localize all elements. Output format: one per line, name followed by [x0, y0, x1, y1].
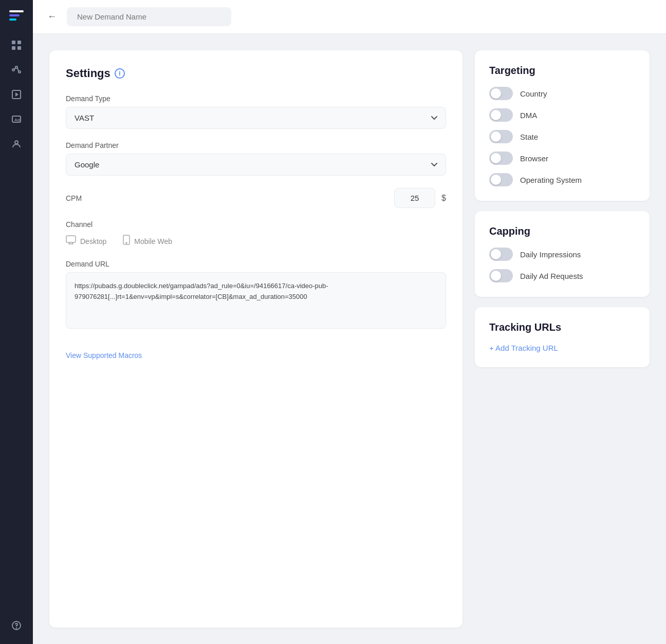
graph-icon[interactable] — [6, 60, 27, 80]
dma-toggle[interactable] — [489, 108, 513, 122]
channel-mobile-label: Mobile Web — [134, 237, 172, 245]
svg-point-13 — [15, 141, 18, 144]
os-toggle[interactable] — [489, 173, 513, 186]
svg-line-7 — [14, 68, 15, 69]
daily-ad-requests-label: Daily Ad Requests — [520, 272, 583, 280]
state-toggle[interactable] — [489, 130, 513, 143]
channel-desktop-label: Desktop — [80, 237, 106, 245]
cpm-input[interactable] — [394, 188, 435, 208]
settings-panel: Settings i Demand Type VAST VPAID Direct… — [49, 50, 462, 628]
app-logo — [7, 8, 26, 27]
info-icon[interactable]: i — [115, 68, 125, 79]
capping-item-impressions: Daily Impressions — [489, 248, 635, 261]
mobile-icon — [123, 235, 130, 248]
country-label: Country — [520, 89, 547, 98]
settings-title: Settings i — [66, 67, 446, 80]
demand-type-group: Demand Type VAST VPAID Direct — [66, 94, 446, 129]
right-panel: Targeting Country DMA State Browser — [475, 50, 650, 628]
logo-bar-3 — [9, 18, 16, 21]
dashboard-icon[interactable] — [6, 35, 27, 55]
channel-options: Desktop Mobile Web — [66, 235, 446, 248]
svg-text:Ad: Ad — [14, 118, 20, 122]
demand-partner-label: Demand Partner — [66, 141, 446, 149]
channel-label: Channel — [66, 220, 446, 229]
daily-impressions-toggle[interactable] — [489, 248, 513, 261]
daily-ad-requests-toggle[interactable] — [489, 269, 513, 282]
demand-type-label: Demand Type — [66, 94, 446, 103]
channel-group: Channel Desktop — [66, 220, 446, 248]
channel-mobile[interactable]: Mobile Web — [123, 235, 172, 248]
svg-rect-1 — [17, 41, 21, 44]
targeting-card: Targeting Country DMA State Browser — [475, 50, 650, 201]
sidebar: Ad — [0, 0, 33, 644]
cpm-row: CPM $ — [66, 188, 446, 208]
svg-point-4 — [12, 69, 14, 71]
demand-partner-group: Demand Partner Google Amazon Rubicon — [66, 141, 446, 176]
desktop-icon — [66, 235, 76, 247]
browser-label: Browser — [520, 154, 548, 163]
targeting-item-state: State — [489, 130, 635, 143]
svg-rect-3 — [17, 46, 21, 50]
settings-title-text: Settings — [66, 67, 110, 80]
state-label: State — [520, 132, 538, 141]
demand-url-input[interactable]: https://pubads.g.doubleclick.net/gampad/… — [66, 272, 446, 329]
dma-label: DMA — [520, 111, 537, 120]
demand-name-input[interactable] — [67, 7, 231, 26]
daily-impressions-label: Daily Impressions — [520, 250, 581, 259]
demand-partner-select[interactable]: Google Amazon Rubicon — [66, 154, 446, 176]
main-area: ← Settings i Demand Type VAST VPAID Dire… — [33, 0, 666, 644]
logo-bar-2 — [9, 14, 20, 16]
tracking-card: Tracking URLs + Add Tracking URL — [475, 307, 650, 367]
user-icon[interactable] — [6, 134, 27, 154]
svg-line-8 — [17, 68, 18, 71]
add-tracking-url-link[interactable]: + Add Tracking URL — [489, 344, 558, 352]
demand-url-group: Demand URL https://pubads.g.doubleclick.… — [66, 260, 446, 331]
help-icon[interactable] — [6, 615, 27, 636]
play-icon[interactable] — [6, 84, 27, 105]
targeting-item-browser: Browser — [489, 151, 635, 165]
svg-rect-2 — [12, 46, 15, 50]
targeting-item-country: Country — [489, 87, 635, 100]
browser-toggle[interactable] — [489, 151, 513, 165]
logo-bar-1 — [9, 10, 24, 12]
page-header: ← — [33, 0, 666, 34]
targeting-item-dma: DMA — [489, 108, 635, 122]
demand-type-select[interactable]: VAST VPAID Direct — [66, 107, 446, 129]
macros-link[interactable]: View Supported Macros — [66, 351, 142, 359]
targeting-title: Targeting — [489, 65, 635, 77]
tracking-title: Tracking URLs — [489, 321, 635, 333]
cpm-currency: $ — [441, 194, 446, 203]
svg-marker-10 — [15, 92, 18, 97]
channel-desktop[interactable]: Desktop — [66, 235, 106, 248]
ad-icon[interactable]: Ad — [6, 109, 27, 129]
capping-title: Capping — [489, 225, 635, 237]
svg-point-15 — [16, 628, 17, 629]
svg-point-21 — [126, 242, 127, 243]
country-toggle[interactable] — [489, 87, 513, 100]
capping-card: Capping Daily Impressions Daily Ad Reque… — [475, 211, 650, 297]
svg-rect-0 — [12, 41, 15, 44]
capping-item-requests: Daily Ad Requests — [489, 269, 635, 282]
svg-rect-16 — [66, 236, 76, 242]
os-label: Operating System — [520, 176, 582, 184]
targeting-item-os: Operating System — [489, 173, 635, 186]
content-area: Settings i Demand Type VAST VPAID Direct… — [33, 34, 666, 644]
demand-url-label: Demand URL — [66, 260, 446, 268]
back-button[interactable]: ← — [45, 9, 59, 24]
cpm-label: CPM — [66, 194, 388, 202]
